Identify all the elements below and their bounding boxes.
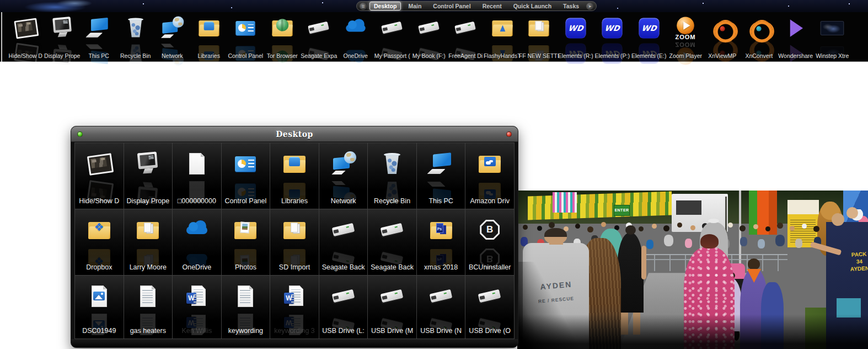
grid-item-larry-moore[interactable]: Larry Moore (124, 209, 173, 276)
grid-item-zeros-document[interactable]: □000000000 (173, 143, 222, 209)
documents-folder-icon (527, 16, 551, 41)
grid-item-seagate-backup-2[interactable]: Seagate Back (368, 209, 417, 276)
zoom-player-icon: ZOOM (673, 16, 698, 41)
grid-item-dropbox[interactable]: ❖Dropbox❖ (75, 209, 124, 276)
dock-item-seagate-expansion[interactable]: Seagate Expa (301, 12, 337, 62)
dock-item-freeagent[interactable]: FreeAgent Di (447, 12, 484, 62)
dock-item-label: Winstep Xtre (812, 52, 853, 59)
enter-sign: ENTER (614, 205, 630, 216)
grid-item-label: Control Panel (223, 197, 269, 205)
dock-item-tor-browser[interactable]: Tor Browser (264, 12, 301, 62)
tab-tasks[interactable]: Tasks (559, 2, 583, 10)
dock-item-libraries[interactable]: Libraries (191, 12, 228, 62)
grid-item-display-properties[interactable]: Display Prope (124, 143, 173, 209)
grid-item-label: This PC (418, 197, 464, 205)
grid-item-recycle-bin[interactable]: Recycle Bin (368, 143, 417, 209)
grid-item-xmas-2018[interactable]: Psxmas 2018Ps (417, 209, 466, 276)
grid-item-seagate-backup-1[interactable]: Seagate Back (319, 209, 368, 276)
photo-crowd-heads (523, 225, 528, 230)
tab-quick-launch[interactable]: Quick Launch (509, 2, 556, 10)
grid-item-photos[interactable]: Photos (222, 209, 271, 276)
grid-item-network[interactable]: Network (319, 143, 368, 209)
dock-item-winstep-xtreme[interactable]: Winstep Xtre (814, 12, 851, 62)
grid-item-usb-drive-l[interactable]: USB Drive (L: (319, 276, 368, 339)
grid-item-this-pc[interactable]: This PC (417, 143, 466, 209)
dock-item-my-passport[interactable]: My Passport ( (374, 12, 411, 62)
grid-item-usb-drive-m[interactable]: USB Drive (M (368, 276, 417, 339)
photo-bottom-fade (517, 314, 868, 349)
dock-item-hide-show-desktop[interactable]: Hide/Show D (7, 12, 44, 62)
dock-item-control-panel[interactable]: Control Panel (227, 12, 264, 62)
grid-item-usb-drive-n[interactable]: USB Drive (N (417, 276, 466, 339)
external-drive-icon (428, 283, 454, 310)
tab-recent[interactable]: Recent (478, 2, 506, 10)
grid-item-keywording[interactable]: keywording (222, 276, 271, 339)
xnconvert-eye-icon (747, 16, 771, 41)
grid-item-usb-drive-o[interactable]: USB Drive (O (465, 276, 515, 339)
grid-item-bcuninstaller[interactable]: BBCUninstallerB (465, 209, 515, 276)
dock-item-this-pc[interactable]: This PC (81, 12, 117, 62)
dock-item-wondershare[interactable]: Wondershare (778, 12, 815, 62)
dock-item-my-book[interactable]: My Book (F:) (411, 12, 448, 62)
dock-item-recycle-bin[interactable]: Recycle Bin (117, 12, 154, 62)
network-globe-icon (160, 16, 185, 41)
recycle-bin-icon (379, 151, 405, 177)
dock-item-display-properties[interactable]: Display Prope (44, 12, 81, 62)
grid-item-label: Network (320, 197, 367, 205)
minimize-orb-button[interactable] (77, 131, 83, 137)
dock-item-label: Wondershare (775, 52, 817, 59)
tab-desktop[interactable]: Desktop (369, 2, 401, 10)
dock-item-elements-e[interactable]: WDElements (E:)WD (631, 12, 668, 62)
grid-item-label: Ken Willis (174, 327, 220, 335)
grid-item-label: Seagate Back (369, 263, 415, 271)
grid-item-onedrive[interactable]: OneDrive (173, 209, 222, 276)
dock-item-elements-r[interactable]: WDElements (R:)WD (558, 12, 594, 62)
grid-item-hide-show-desktop[interactable]: Hide/Show D (75, 143, 124, 209)
grid-item-gas-heaters[interactable]: gas heaters (124, 276, 173, 339)
xnview-eye-icon (710, 16, 735, 41)
grid-item-label: keywording (223, 327, 269, 335)
documents-folder-icon (135, 217, 161, 244)
onedrive-cloud-icon (343, 16, 368, 41)
pointer-icon[interactable]: ➤ (586, 3, 593, 10)
tab-control-panel[interactable]: Control Panel (428, 2, 475, 10)
word-document-icon: W (184, 283, 210, 310)
text-document-icon (232, 283, 259, 310)
window-titlebar[interactable]: Desktop (71, 126, 518, 142)
dock-item-xnviewmp[interactable]: XnViewMP (704, 12, 741, 62)
dock-item-elements-p[interactable]: WDElements (P:)WD (594, 12, 631, 62)
external-drive-icon (453, 16, 478, 41)
menu-icon[interactable]: ☰ (360, 3, 367, 10)
photo-ride (749, 191, 777, 235)
grid-item-control-panel[interactable]: Control Panel (222, 143, 271, 209)
dock-item-zoom-player[interactable]: ZOOMZoom PlayerZOOM (667, 12, 704, 62)
dock-item-label: My Book (F:) (409, 52, 450, 59)
tab-main[interactable]: Main (404, 2, 426, 10)
wd-logo-icon: WD (636, 16, 661, 41)
grid-item-amazon-drive[interactable]: Amazon Driv (465, 143, 515, 209)
psd-folder-icon: Ps (428, 217, 454, 244)
control-panel-icon (233, 16, 258, 41)
grid-item-word-doc-faded-2[interactable]: Wkeywording 3W (270, 276, 319, 339)
window-title: Desktop (276, 130, 313, 139)
grid-item-label: Seagate Back (320, 263, 367, 271)
grid-item-label: DSC01949 (76, 327, 122, 335)
grid-item-dsc01949[interactable]: DSC01949 (75, 276, 124, 339)
dock-item-network[interactable]: Network (154, 12, 191, 62)
dock-item-flashyhands[interactable]: FlashyHandsT (484, 12, 521, 62)
close-orb-button[interactable] (506, 131, 512, 137)
external-drive-icon (330, 283, 357, 310)
dock-item-xnconvert[interactable]: XnConvert (741, 12, 778, 62)
grid-item-label: Hide/Show D (76, 197, 122, 205)
grid-item-libraries[interactable]: Libraries (270, 143, 319, 209)
grid-item-label: Photos (223, 263, 269, 271)
dock-item-label: Display Prope (42, 52, 83, 59)
dock-item-onedrive[interactable]: OneDrive (337, 12, 374, 62)
amazon-folder-icon (476, 151, 503, 177)
dock-item-ff-new-settings[interactable]: FF NEW SETTI (521, 12, 558, 62)
photo-ticket-booth (787, 200, 819, 247)
pc-monitor-icon (428, 151, 454, 177)
grid-item-word-doc-faded[interactable]: WKen WillisW (173, 276, 222, 339)
grid-item-sd-import[interactable]: SD Import (270, 209, 319, 276)
dock-item-label: Libraries (189, 52, 230, 59)
